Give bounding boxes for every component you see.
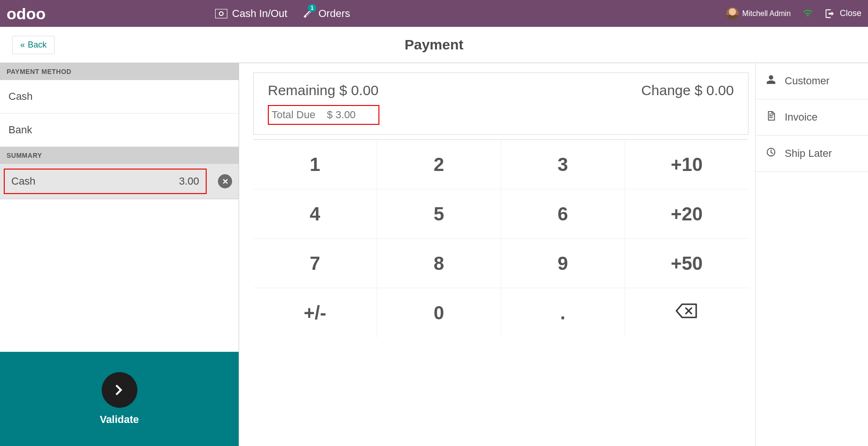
- key-0[interactable]: 0: [377, 288, 500, 337]
- key-plus-50[interactable]: +50: [625, 239, 748, 288]
- key-2[interactable]: 2: [377, 140, 500, 189]
- total-due-label: Total Due: [272, 109, 315, 121]
- close-button[interactable]: Close: [825, 8, 861, 19]
- svg-rect-0: [215, 9, 227, 18]
- topbar-center: Cash In/Out 1 Orders: [215, 8, 350, 20]
- summary-heading: SUMMARY: [0, 147, 239, 164]
- wifi-icon: [802, 8, 813, 19]
- summary-method: Cash: [11, 175, 35, 187]
- body: PAYMENT METHOD Cash Bank SUMMARY Cash 3.…: [0, 63, 868, 446]
- ship-later-button[interactable]: Ship Later: [755, 136, 868, 172]
- key-1[interactable]: 1: [253, 140, 377, 189]
- user-icon: [766, 74, 776, 88]
- orders-label: Orders: [318, 8, 350, 20]
- ship-later-label: Ship Later: [785, 147, 832, 160]
- center-column: Remaining $ 0.00 Change $ 0.00 Total Due…: [239, 63, 755, 446]
- delete-payment-line-button[interactable]: ✕: [218, 174, 232, 188]
- orders-button[interactable]: 1 Orders: [302, 8, 350, 20]
- back-button[interactable]: « Back: [12, 36, 55, 54]
- page-title: Payment: [404, 37, 463, 53]
- summary-amount: 3.00: [179, 175, 199, 187]
- user-menu[interactable]: Mitchell Admin: [726, 8, 791, 20]
- key-4[interactable]: 4: [253, 189, 377, 238]
- key-backspace[interactable]: [625, 288, 748, 337]
- validate-label: Validate: [100, 414, 139, 426]
- key-8[interactable]: 8: [377, 239, 500, 288]
- key-5[interactable]: 5: [377, 189, 500, 238]
- orders-badge: 1: [308, 4, 317, 12]
- amount-panel: Remaining $ 0.00 Change $ 0.00 Total Due…: [253, 73, 748, 135]
- top-bar: odoo Cash In/Out 1 Orders: [0, 0, 868, 27]
- backspace-icon: [675, 302, 698, 324]
- brand-logo[interactable]: odoo: [7, 6, 130, 22]
- key-6[interactable]: 6: [501, 189, 625, 238]
- payment-method-heading: PAYMENT METHOD: [0, 63, 239, 80]
- document-icon: [766, 111, 776, 124]
- key-decimal[interactable]: .: [501, 288, 625, 337]
- topbar-right: Mitchell Admin Close: [726, 8, 861, 20]
- clock-icon: [766, 147, 776, 160]
- validate-button[interactable]: Validate: [0, 352, 239, 446]
- payment-method-bank[interactable]: Bank: [0, 114, 239, 147]
- close-icon: ✕: [222, 177, 228, 186]
- chevron-left-icon: «: [20, 40, 25, 50]
- svg-point-1: [219, 12, 223, 16]
- payment-method-cash[interactable]: Cash: [0, 80, 239, 114]
- cash-icon: [215, 9, 227, 18]
- key-plus-20[interactable]: +20: [625, 189, 748, 238]
- change-block: Change $ 0.00: [641, 82, 734, 98]
- numpad: 1 2 3 +10 4 5 6 +20 7 8 9 +50 +/- 0 .: [253, 139, 748, 337]
- change-value: $ 0.00: [695, 82, 734, 98]
- invoice-label: Invoice: [785, 111, 818, 123]
- remaining-label: Remaining: [268, 82, 335, 98]
- change-label: Change: [641, 82, 691, 98]
- customer-label: Customer: [785, 75, 829, 87]
- user-name: Mitchell Admin: [742, 9, 791, 18]
- avatar-icon: [726, 8, 739, 20]
- summary-line-box: Cash 3.00: [4, 169, 207, 194]
- invoice-button[interactable]: Invoice: [755, 99, 868, 136]
- key-3[interactable]: 3: [501, 140, 625, 189]
- chevron-right-icon: [102, 372, 137, 408]
- sub-header: « Back Payment: [0, 27, 868, 63]
- remaining-block: Remaining $ 0.00: [268, 82, 378, 98]
- total-due-block: Total Due $ 3.00: [268, 105, 379, 125]
- total-due-value: $ 3.00: [327, 109, 355, 121]
- customer-button[interactable]: Customer: [755, 63, 868, 99]
- back-label: Back: [28, 40, 47, 50]
- sign-out-icon: [825, 8, 835, 19]
- key-9[interactable]: 9: [501, 239, 625, 288]
- key-plus-10[interactable]: +10: [625, 140, 748, 189]
- cash-in-out-label: Cash In/Out: [232, 8, 287, 20]
- cash-in-out-button[interactable]: Cash In/Out: [215, 8, 287, 20]
- summary-row[interactable]: Cash 3.00 ✕: [0, 164, 239, 199]
- key-7[interactable]: 7: [253, 239, 377, 288]
- right-column: Customer Invoice Ship Later: [755, 63, 868, 446]
- close-label: Close: [840, 8, 861, 18]
- left-column: PAYMENT METHOD Cash Bank SUMMARY Cash 3.…: [0, 63, 239, 446]
- remaining-value: $ 0.00: [339, 82, 378, 98]
- key-plus-minus[interactable]: +/-: [253, 288, 377, 337]
